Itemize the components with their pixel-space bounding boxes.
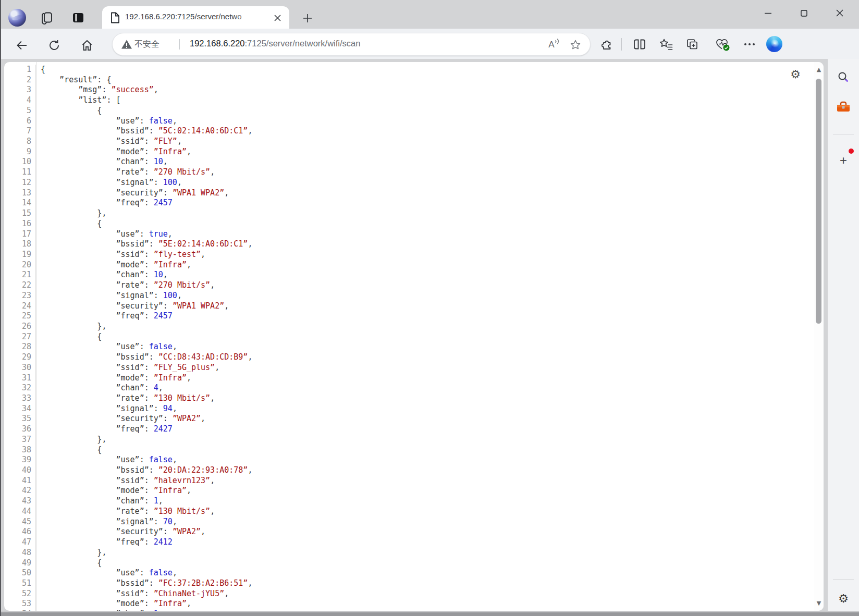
line-number: 43 [4, 496, 36, 507]
url-text[interactable]: 192.168.6.220:7125/server/network/wifi/s… [190, 39, 360, 48]
refresh-button[interactable] [45, 36, 63, 54]
sidebar-customize-button[interactable]: + [835, 152, 852, 169]
scrollbar-thumb[interactable] [816, 79, 821, 324]
code-line: 39 ”use”: false, [4, 455, 252, 465]
collections-button[interactable] [683, 35, 702, 54]
code-line: 37 }, [4, 435, 252, 445]
scroll-down-arrow[interactable]: ▼ [814, 600, 824, 607]
line-number: 13 [4, 188, 36, 199]
window-edge [0, 0, 1, 616]
security-status-label[interactable]: 不安全 [134, 39, 159, 50]
sidebar-search-button[interactable] [835, 68, 852, 86]
code-line: 29 ”bssid”: ”CC:D8:43:AD:CD:B9”, [4, 352, 252, 363]
sidebar-settings-button[interactable]: ⚙ [835, 589, 852, 607]
sidebar-tools-button[interactable] [835, 98, 852, 116]
close-window-button[interactable] [828, 5, 852, 21]
line-number: 27 [4, 332, 36, 342]
line-number: 29 [4, 352, 36, 363]
line-number: 9 [4, 147, 36, 157]
code-line: 30 ”ssid”: ”FLY_5G_plus”, [4, 363, 252, 373]
ellipsis-icon [744, 43, 755, 46]
favorites-list-star-icon [659, 38, 673, 51]
code-line: 50 ”use”: false, [4, 568, 252, 578]
back-button[interactable] [13, 36, 31, 54]
code-line: 35 ”security”: ”WPA2”, [4, 414, 252, 424]
read-aloud-button[interactable]: A [543, 36, 560, 53]
code-line: 53 ”mode”: ”Infra”, [4, 599, 252, 609]
code-line: 19 ”ssid”: ”fly-test”, [4, 250, 252, 260]
extensions-button[interactable] [598, 35, 617, 54]
home-button[interactable] [78, 36, 96, 54]
code-line: 21 ”chan”: 10, [4, 270, 252, 280]
profile-avatar[interactable] [8, 9, 26, 27]
collections-icon [686, 38, 698, 51]
line-number: 36 [4, 424, 36, 435]
line-number: 18 [4, 239, 36, 250]
code-line: 42 ”mode”: ”Infra”, [4, 486, 252, 496]
settings-more-button[interactable] [740, 35, 759, 54]
line-number: 30 [4, 363, 36, 373]
code-line: 7 ”bssid”: ”5C:02:14:A0:6D:C1”, [4, 126, 252, 137]
puzzle-icon [602, 38, 614, 51]
scroll-up-arrow[interactable]: ▲ [814, 66, 824, 73]
code-line: 1{ [4, 65, 252, 75]
line-number: 53 [4, 599, 36, 609]
code-line: 36 ”freq”: 2427 [4, 424, 252, 435]
line-number: 21 [4, 270, 36, 280]
star-icon [570, 39, 581, 51]
code-line: 2 ”result”: { [4, 75, 252, 85]
line-number: 20 [4, 260, 36, 270]
minimize-button[interactable] [756, 5, 780, 21]
code-line: 28 ”use”: false, [4, 342, 252, 352]
tab-actions-button[interactable] [69, 9, 87, 27]
line-number: 6 [4, 116, 36, 127]
vertical-scrollbar[interactable]: ▲ ▼ [814, 62, 824, 611]
code-line: 15 }, [4, 208, 252, 219]
code-line: 6 ”use”: false, [4, 116, 252, 127]
sidebar-divider [833, 134, 854, 134]
browser-essentials-button[interactable] [713, 35, 731, 54]
code-line: 26 }, [4, 322, 252, 332]
copilot-button[interactable] [766, 36, 782, 52]
maximize-button[interactable] [792, 5, 816, 21]
favorite-star-button[interactable] [567, 36, 584, 53]
line-number: 34 [4, 404, 36, 414]
code-line: 24 ”security”: ”WPA1 WPA2”, [4, 301, 252, 312]
code-line: 25 ”freq”: 2457 [4, 311, 252, 322]
line-number: 12 [4, 178, 36, 188]
browser-window: 192.168.6.220:7125/server/netwo [0, 0, 859, 616]
address-bar[interactable]: 不安全 192.168.6.220:7125/server/network/wi… [112, 33, 591, 56]
code-line: 40 ”bssid”: ”20:DA:22:93:A0:78”, [4, 465, 252, 476]
json-viewer-options-button[interactable]: ⚙ [788, 67, 803, 81]
line-number: 46 [4, 527, 36, 537]
new-tab-button[interactable] [300, 11, 315, 26]
line-number: 51 [4, 578, 36, 589]
line-number: 45 [4, 517, 36, 527]
line-number: 10 [4, 157, 36, 167]
code-line: 3 ”msg”: ”success”, [4, 85, 252, 95]
line-number: 23 [4, 291, 36, 301]
code-line: 34 ”signal”: 94, [4, 404, 252, 414]
split-screen-button[interactable] [630, 35, 649, 54]
split-screen-icon [633, 39, 646, 50]
workspaces-button[interactable] [38, 9, 56, 27]
browser-tab[interactable]: 192.168.6.220:7125/server/netwo [102, 6, 289, 29]
code-line: 38 { [4, 445, 252, 455]
not-secure-warning-icon [121, 39, 132, 50]
line-number: 49 [4, 558, 36, 569]
favorites-hub-button[interactable] [657, 35, 676, 54]
code-line: 41 ”ssid”: ”halevrn123”, [4, 476, 252, 486]
code-line: 14 ”freq”: 2457 [4, 198, 252, 208]
search-icon [837, 71, 850, 83]
line-number: 52 [4, 589, 36, 599]
line-number: 17 [4, 229, 36, 240]
code-line: 18 ”bssid”: ”5E:02:14:A0:6D:C1”, [4, 239, 252, 250]
read-aloud-icon: A [548, 40, 554, 50]
line-number: 37 [4, 435, 36, 445]
line-number: 1 [4, 65, 36, 75]
line-number: 35 [4, 414, 36, 424]
tab-close-button[interactable] [270, 10, 285, 25]
code-line: 10 ”chan”: 10, [4, 157, 252, 167]
code-line: 43 ”chan”: 1, [4, 496, 252, 507]
code-line: 32 ”chan”: 4, [4, 383, 252, 393]
